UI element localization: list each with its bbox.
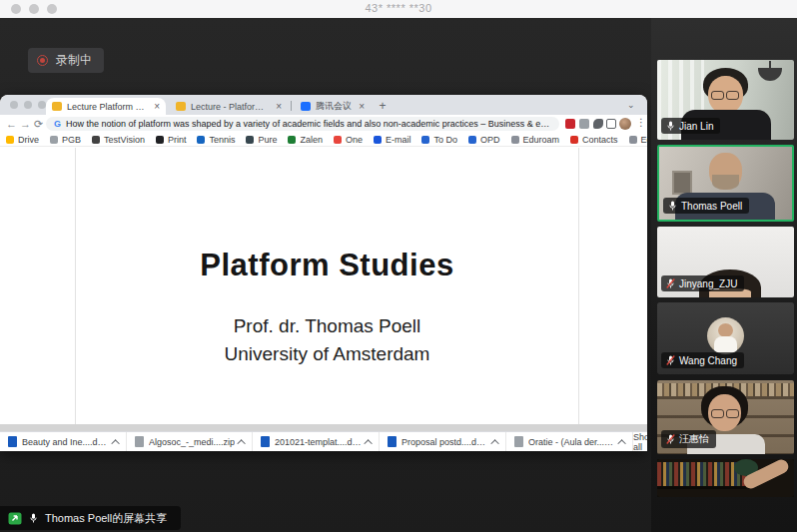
bookmark-print[interactable]: Print: [156, 135, 187, 145]
muted-mic-icon: [666, 277, 675, 289]
screen: 43* **** **30 录制中 Lecture Platform & App…: [0, 0, 797, 532]
download-item[interactable]: Beauty and Ine....docx: [0, 432, 127, 451]
share-banner-label: Thomas Poell的屏幕共享: [45, 511, 167, 526]
bookmark-pgb[interactable]: PGB: [50, 135, 81, 145]
participant-nameplate: 汪惠怡: [661, 430, 716, 448]
side-panel-icon[interactable]: [606, 119, 616, 129]
muted-mic-icon: [666, 433, 675, 445]
reload-button[interactable]: ⟳: [34, 117, 43, 131]
adobe-acrobat-extension-icon[interactable]: [565, 119, 575, 129]
bookmark-contacts[interactable]: Contacts: [570, 135, 618, 145]
chevron-up-icon[interactable]: [490, 439, 498, 447]
forward-button[interactable]: →: [20, 117, 31, 131]
calendar-icon: [288, 136, 296, 144]
bookmark-pure[interactable]: Pure: [246, 135, 277, 145]
browser-tabstrip: Lecture Platform & App Studie × Lecture …: [0, 95, 647, 115]
document-icon: [52, 102, 62, 111]
bookmark-tennis[interactable]: Tennis: [197, 135, 235, 145]
bookmark-icon: [50, 136, 58, 144]
chevron-up-icon[interactable]: [111, 439, 119, 447]
screen-share-banner[interactable]: Thomas Poell的屏幕共享: [0, 506, 181, 530]
checklist-icon: [421, 136, 429, 144]
browser-menu-icon[interactable]: ⋮: [636, 117, 646, 128]
page-content: Platform Studies Prof. dr. Thomas Poell …: [0, 148, 647, 424]
zip-file-icon: [135, 436, 144, 447]
participants-panel: Jian Lin Thomas Poell: [651, 18, 797, 532]
slide-title: Platform Studies: [76, 248, 578, 283]
bookmark-drive[interactable]: Drive: [6, 135, 39, 145]
muted-mic-icon: [666, 354, 675, 366]
recording-label: 录制中: [56, 52, 92, 69]
puzzle-extensions-icon[interactable]: [593, 119, 603, 129]
presentation-slide: Platform Studies Prof. dr. Thomas Poell …: [75, 148, 579, 424]
bookmark-email[interactable]: E-mail: [374, 135, 411, 145]
masked-meeting-id: 43* **** **30: [0, 2, 797, 14]
download-item[interactable]: Oratie - (Aula der....zip: [506, 432, 633, 451]
chevron-up-icon[interactable]: [364, 439, 372, 447]
bookmark-testvision[interactable]: TestVision: [92, 135, 145, 145]
mail-icon: [374, 136, 382, 144]
download-item[interactable]: Algosoc_-_medi....zip: [127, 432, 253, 451]
window-titlebar: 43* **** **30: [0, 0, 797, 18]
contacts-icon: [570, 136, 578, 144]
close-tab-icon[interactable]: ×: [154, 102, 160, 112]
google-icon: G: [54, 119, 61, 129]
participant-tile-jinyang-zju[interactable]: Jinyang_ZJU: [657, 227, 794, 297]
download-item[interactable]: Proposal postd....docx: [380, 432, 506, 451]
tab-tencent-meeting[interactable]: 腾讯会议 ×: [295, 98, 371, 115]
avatar: [707, 317, 744, 354]
wifi-icon: [629, 136, 637, 144]
bookmark-icon: [92, 136, 100, 144]
participant-tile-wang-huiyi[interactable]: 汪惠怡: [657, 380, 794, 454]
close-tab-icon[interactable]: ×: [359, 102, 365, 112]
tab-overflow-chevron-icon[interactable]: ⌄: [627, 100, 635, 110]
bookmark-todo[interactable]: To Do: [421, 135, 457, 145]
video-camera-icon: [301, 102, 311, 111]
participant-nameplate: Jinyang_ZJU: [661, 275, 744, 291]
bookmark-icon: [246, 136, 254, 144]
bookmark-eduroam-2[interactable]: Eduroam: [629, 135, 647, 145]
picture-frame: [672, 171, 692, 195]
bookmark-eduroam[interactable]: Eduroam: [511, 135, 560, 145]
mic-icon: [666, 120, 675, 132]
slide-author: Prof. dr. Thomas Poell: [76, 312, 578, 340]
address-bar[interactable]: G How the notion of platform was shaped …: [46, 117, 559, 131]
tab-lecture-platforms-as-markets[interactable]: Lecture - Platforms as Markets ×: [170, 98, 288, 115]
participant-nameplate: Wang Chang: [661, 352, 744, 368]
bookmark-opd[interactable]: OPD: [468, 135, 500, 145]
shared-browser-window: Lecture Platform & App Studie × Lecture …: [0, 95, 647, 451]
participant-video: [657, 459, 794, 497]
mic-icon: [668, 200, 677, 212]
browser-window-controls[interactable]: [10, 101, 46, 109]
back-button[interactable]: ←: [6, 117, 17, 131]
minimize-window-icon[interactable]: [24, 101, 32, 109]
word-document-icon: [8, 436, 17, 447]
extension-icon[interactable]: [579, 119, 589, 129]
maximize-window-icon[interactable]: [38, 101, 46, 109]
participant-tile-jian-lin[interactable]: Jian Lin: [657, 60, 794, 140]
chevron-up-icon[interactable]: [237, 439, 245, 447]
bookmark-zalen[interactable]: Zalen: [288, 135, 323, 145]
screen-share-icon: [8, 512, 22, 525]
close-window-icon[interactable]: [10, 101, 18, 109]
zip-file-icon: [514, 436, 523, 447]
recording-indicator[interactable]: 录制中: [28, 48, 104, 73]
page-bottom-margin: [0, 424, 647, 431]
show-all-downloads-button[interactable]: Show all: [633, 432, 647, 452]
participant-tile-thomas-poell[interactable]: Thomas Poell: [657, 145, 794, 222]
wifi-icon: [511, 136, 519, 144]
new-tab-button[interactable]: +: [375, 99, 391, 113]
download-item[interactable]: 201021-templat....docx: [253, 432, 380, 451]
chevron-up-icon[interactable]: [617, 439, 625, 447]
browser-toolbar: ← → ⟳ G How the notion of platform was s…: [0, 115, 647, 133]
profile-avatar[interactable]: [619, 118, 631, 130]
close-tab-icon[interactable]: ×: [276, 102, 282, 112]
mic-icon: [29, 512, 38, 524]
slide-affiliation: University of Amsterdam: [76, 340, 578, 368]
document-icon: [176, 102, 186, 111]
tab-lecture-platform-app-studies[interactable]: Lecture Platform & App Studie ×: [46, 98, 166, 115]
bookmarks-bar: Drive PGB TestVision Print Tennis Pure Z…: [0, 133, 647, 147]
participant-tile-partial[interactable]: [657, 459, 794, 497]
participant-tile-wang-chang[interactable]: Wang Chang: [657, 302, 794, 374]
bookmark-one[interactable]: One: [334, 135, 363, 145]
